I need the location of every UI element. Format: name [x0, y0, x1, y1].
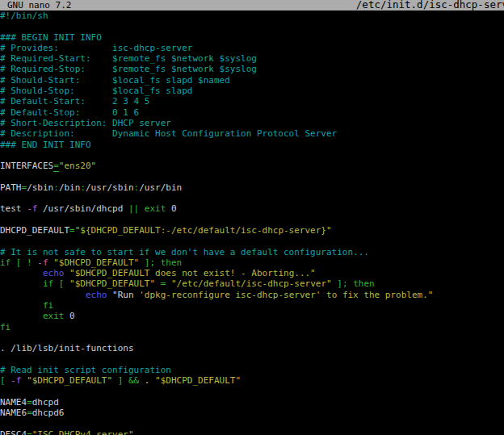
code-line[interactable]: if [ ! -f "$DHCPD_DEFAULT" ]; then — [0, 257, 504, 268]
code-segment: # Required-Stop: $remote_fs $network $sy… — [0, 64, 257, 74]
code-line[interactable] — [0, 333, 504, 343]
code-segment — [155, 278, 161, 289]
code-line[interactable] — [0, 150, 504, 161]
code-line[interactable]: PATH=/sbin:/bin:/usr/sbin:/usr/bin — [0, 182, 504, 193]
code-line[interactable]: #!/bin/sh — [0, 10, 504, 21]
code-segment: # Provides: isc-dhcp-server — [0, 43, 192, 53]
code-segment: echo — [43, 268, 65, 278]
code-line[interactable]: echo "Run 'dpkg-reconfigure isc-dhcp-ser… — [0, 290, 504, 300]
code-segment — [0, 311, 43, 321]
code-segment: = — [27, 397, 32, 408]
code-segment: 'dpkg-reconfigure isc-dhcp-server' to fi… — [139, 290, 433, 300]
code-segment: "/etc/default/isc-dhcp-server" — [171, 278, 332, 289]
code-segment: DHCPD_DEFAULT — [0, 225, 69, 236]
code-segment: # Default-Stop: 0 1 6 — [0, 107, 139, 118]
code-segment: [ — [0, 375, 10, 386]
code-segment: /bin — [59, 182, 81, 193]
code-line[interactable]: exit 0 — [0, 311, 504, 321]
code-segment: NAME6 — [0, 408, 27, 418]
code-segment: ### BEGIN INIT INFO — [0, 32, 102, 43]
code-line[interactable]: test -f /usr/sbin/dhcpd || exit 0 — [0, 203, 504, 214]
terminal-screen: GNU nano 7.2 /etc/init.d/isc-dhcp-serv #… — [0, 0, 504, 435]
code-segment: -f — [27, 203, 37, 214]
code-line[interactable] — [0, 215, 504, 225]
code-line[interactable]: ### BEGIN INIT INFO — [0, 32, 504, 43]
code-line[interactable]: # Default-Start: 2 3 4 5 — [0, 96, 504, 107]
code-line[interactable]: # Short-Description: DHCP server — [0, 118, 504, 128]
code-segment: "ens20" — [59, 161, 96, 171]
code-segment: # Should-Start: $local_fs slapd $named — [0, 75, 230, 86]
code-segment: "$DHCPD_DEFAULT" — [27, 375, 112, 386]
code-segment — [0, 278, 43, 289]
code-line[interactable]: # Description: Dynamic Host Configuratio… — [0, 128, 504, 139]
code-segment: /usr/sbin/dhcpd — [37, 203, 128, 214]
code-segment: # Required-Start: $remote_fs $network $s… — [0, 53, 257, 64]
code-segment: # Should-Stop: $local_fs slapd — [0, 86, 192, 96]
code-segment: # Description: Dynamic Host Configuratio… — [0, 128, 337, 139]
code-segment: /usr/sbin — [86, 182, 134, 193]
code-segment: fi — [43, 300, 53, 311]
code-segment: : — [53, 182, 59, 193]
code-line[interactable]: NAME4=dhcpd — [0, 397, 504, 408]
code-segment: dhcpd6 — [32, 408, 65, 418]
code-segment: "${DHCPD_DEFAULT:-/etc/default/isc-dhcp-… — [75, 225, 332, 236]
code-line[interactable]: DHCPD_DEFAULT="${DHCPD_DEFAULT:-/etc/def… — [0, 225, 504, 236]
code-line[interactable]: # Read init script configuration — [0, 365, 504, 375]
code-segment — [139, 203, 145, 214]
editor-buffer[interactable]: #!/bin/sh### BEGIN INIT INFO# Provides: … — [0, 10, 504, 435]
code-line[interactable]: # Default-Stop: 0 1 6 — [0, 107, 504, 118]
code-line[interactable]: [ -f "$DHCPD_DEFAULT" ] && . "$DHCPD_DEF… — [0, 375, 504, 386]
code-line[interactable] — [0, 21, 504, 31]
code-segment: "$DHCPD_DEFAULT does not exist! - Aborti… — [69, 268, 316, 278]
code-segment — [0, 268, 43, 278]
code-segment: "$DHCPD_DEFAULT" — [69, 278, 155, 289]
code-segment: . — [145, 375, 155, 386]
code-line[interactable]: fi — [0, 300, 504, 311]
code-line[interactable] — [0, 418, 504, 429]
code-line[interactable]: # Required-Start: $remote_fs $network $s… — [0, 53, 504, 64]
code-segment: . /lib/lsb/init-functions — [0, 343, 134, 353]
code-line[interactable] — [0, 354, 504, 365]
code-segment: = — [69, 225, 75, 236]
code-line[interactable]: fi — [0, 322, 504, 333]
code-segment: ### END INIT INFO — [0, 140, 91, 150]
code-segment: "ISC DHCPv4 server" — [32, 429, 134, 435]
code-segment: dhcpd — [32, 397, 59, 408]
code-line[interactable]: DESC4="ISC DHCPv4 server" — [0, 429, 504, 435]
nano-titlebar: GNU nano 7.2 /etc/init.d/isc-dhcp-serv — [0, 0, 504, 10]
code-line[interactable]: ### END INIT INFO — [0, 140, 504, 150]
code-segment — [0, 290, 86, 300]
code-segment: test — [0, 203, 27, 214]
code-segment: = — [27, 429, 32, 435]
code-segment: PATH — [0, 182, 22, 193]
code-segment: ] && — [112, 375, 145, 386]
code-line[interactable]: # Required-Stop: $remote_fs $network $sy… — [0, 64, 504, 74]
code-line[interactable] — [0, 236, 504, 246]
code-line[interactable]: if [ "$DHCPD_DEFAULT" = "/etc/default/is… — [0, 278, 504, 289]
code-line[interactable] — [0, 193, 504, 203]
code-segment: if [ — [43, 278, 69, 289]
code-segment: "$DHCPD_DEFAULT" — [53, 257, 139, 268]
code-segment: 0 — [166, 203, 176, 214]
code-segment: DESC4 — [0, 429, 27, 435]
code-segment: = — [27, 408, 32, 418]
code-line[interactable] — [0, 171, 504, 182]
code-segment: INTERFACES — [0, 161, 53, 171]
code-line[interactable]: . /lib/lsb/init-functions — [0, 343, 504, 353]
code-segment: : — [80, 182, 86, 193]
code-line[interactable]: # Should-Start: $local_fs slapd $named — [0, 75, 504, 86]
code-line[interactable] — [0, 386, 504, 396]
code-segment: exit — [43, 311, 65, 321]
code-segment — [166, 278, 171, 289]
code-line[interactable]: # Should-Stop: $local_fs slapd — [0, 86, 504, 96]
code-segment: 0 — [64, 311, 74, 321]
code-line[interactable]: echo "$DHCPD_DEFAULT does not exist! - A… — [0, 268, 504, 278]
code-segment: "Run — [107, 290, 139, 300]
code-segment: -f — [10, 375, 21, 386]
code-line[interactable]: NAME6=dhcpd6 — [0, 408, 504, 418]
file-path: /etc/init.d/isc-dhcp-serv — [356, 0, 504, 10]
code-line[interactable]: INTERFACES="ens20" — [0, 161, 504, 171]
code-line[interactable]: # It is not safe to start if we don't ha… — [0, 247, 504, 257]
code-line[interactable]: # Provides: isc-dhcp-server — [0, 43, 504, 53]
code-segment: /usr/bin — [139, 182, 182, 193]
